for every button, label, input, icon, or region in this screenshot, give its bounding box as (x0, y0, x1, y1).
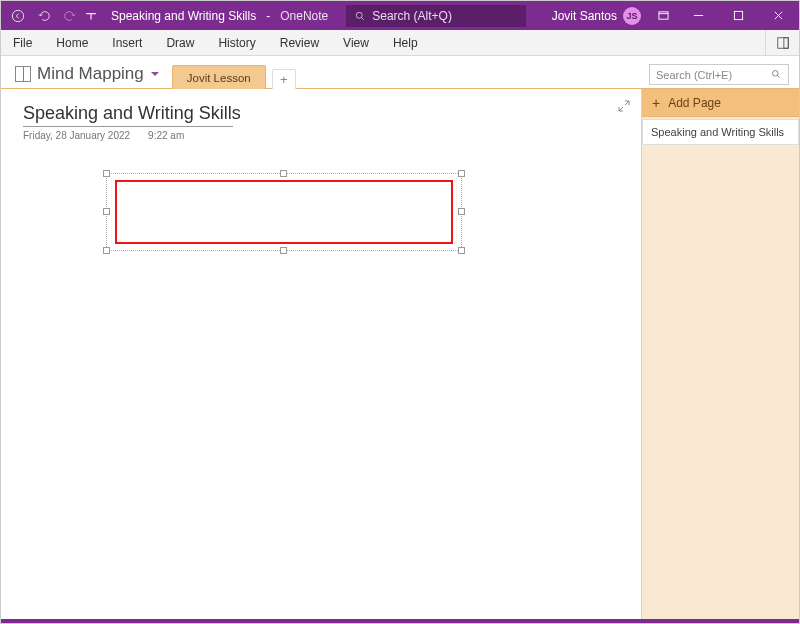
plus-icon: + (652, 95, 660, 111)
notebook-bar: Mind Mapping Jovit Lesson + Search (Ctrl… (1, 56, 799, 88)
resize-handle[interactable] (103, 170, 110, 177)
notebook-name: Mind Mapping (37, 64, 144, 84)
app-name: OneNote (280, 9, 328, 23)
title-bar: Speaking and Writing Skills - OneNote Se… (1, 1, 799, 30)
svg-rect-2 (658, 12, 667, 19)
selected-note-container[interactable] (106, 173, 462, 251)
workspace: Speaking and Writing Skills Friday, 28 J… (1, 88, 799, 619)
search-icon (354, 10, 366, 22)
ribbon: File Home Insert Draw History Review Vie… (1, 30, 799, 56)
add-page-label: Add Page (668, 96, 721, 110)
annotation-rectangle (115, 180, 453, 244)
fullscreen-icon[interactable] (617, 99, 631, 113)
svg-rect-5 (783, 37, 787, 48)
page-date: Friday, 28 January 2022 (23, 130, 130, 141)
search-dropdown-icon (771, 69, 782, 80)
resize-handle[interactable] (103, 247, 110, 254)
search-placeholder: Search (Alt+Q) (372, 9, 452, 23)
tab-help[interactable]: Help (381, 30, 430, 55)
resize-handle[interactable] (458, 208, 465, 215)
add-page-button[interactable]: + Add Page (642, 89, 799, 117)
svg-point-0 (12, 10, 23, 21)
title-underline (23, 126, 233, 127)
page-list-panel: + Add Page Speaking and Writing Skills (641, 89, 799, 619)
resize-handle[interactable] (280, 170, 287, 177)
add-section-button[interactable]: + (272, 69, 296, 89)
page-header: Speaking and Writing Skills Friday, 28 J… (23, 103, 241, 141)
user-name: Jovit Santos (552, 9, 617, 23)
ribbon-display-button[interactable] (649, 1, 677, 30)
user-account[interactable]: Jovit Santos JS (552, 7, 641, 25)
title-separator: - (260, 9, 277, 23)
page-search-input[interactable]: Search (Ctrl+E) (649, 64, 789, 85)
tab-file[interactable]: File (1, 30, 44, 55)
document-title: Speaking and Writing Skills (111, 9, 256, 23)
svg-rect-4 (777, 37, 788, 48)
search-box[interactable]: Search (Alt+Q) (346, 5, 526, 27)
redo-button[interactable] (59, 5, 81, 27)
note-canvas[interactable]: Speaking and Writing Skills Friday, 28 J… (1, 89, 641, 619)
page-search-placeholder: Search (Ctrl+E) (656, 69, 732, 81)
resize-handle[interactable] (458, 170, 465, 177)
footer-bar (1, 619, 799, 624)
notebook-icon (15, 66, 31, 82)
quick-access-toolbar (1, 5, 97, 27)
customize-qat-icon[interactable] (85, 5, 97, 27)
tab-draw[interactable]: Draw (154, 30, 206, 55)
tab-review[interactable]: Review (268, 30, 331, 55)
tab-insert[interactable]: Insert (100, 30, 154, 55)
collapse-ribbon-button[interactable] (765, 30, 799, 55)
back-button[interactable] (7, 5, 29, 27)
maximize-button[interactable] (719, 1, 757, 30)
tab-home[interactable]: Home (44, 30, 100, 55)
close-button[interactable] (759, 1, 797, 30)
page-title[interactable]: Speaking and Writing Skills (23, 103, 241, 124)
tab-view[interactable]: View (331, 30, 381, 55)
tab-history[interactable]: History (206, 30, 267, 55)
window-title: Speaking and Writing Skills - OneNote (111, 9, 328, 23)
svg-rect-3 (734, 11, 742, 19)
minimize-button[interactable] (679, 1, 717, 30)
page-list-item[interactable]: Speaking and Writing Skills (642, 119, 799, 145)
undo-button[interactable] (33, 5, 55, 27)
chevron-down-icon (150, 64, 160, 84)
notebook-selector[interactable]: Mind Mapping (15, 64, 160, 88)
section-tab[interactable]: Jovit Lesson (172, 65, 266, 89)
svg-point-1 (357, 12, 363, 18)
resize-handle[interactable] (280, 247, 287, 254)
page-time: 9:22 am (148, 130, 184, 141)
resize-handle[interactable] (103, 208, 110, 215)
avatar: JS (623, 7, 641, 25)
svg-point-6 (773, 71, 779, 77)
resize-handle[interactable] (458, 247, 465, 254)
